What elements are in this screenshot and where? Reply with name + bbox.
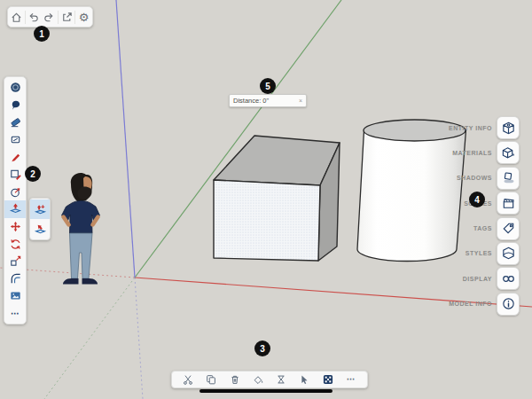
select-tool-icon[interactable] (4, 79, 26, 97)
panel-row-styles: STYLES (449, 242, 520, 265)
display-icon[interactable] (497, 267, 520, 290)
undo-icon[interactable] (26, 10, 41, 25)
offset-tool-icon[interactable] (4, 270, 26, 288)
push-pull-add-icon[interactable] (30, 200, 50, 219)
styles-icon[interactable] (497, 242, 520, 265)
display-label: DISPLAY (463, 276, 492, 282)
arc-tool-icon[interactable] (4, 184, 26, 201)
model-info-icon[interactable] (497, 293, 520, 316)
lasso-tool-icon[interactable] (4, 97, 26, 114)
panel-row-tags: TAGS (449, 217, 520, 240)
shadows-label: SHADOWS (457, 175, 492, 181)
home-indicator-bar[interactable] (200, 389, 332, 393)
annotation-badge-4: 4 (469, 192, 485, 207)
figure-shirt (62, 200, 100, 233)
annotation-badge-1: 1 (34, 26, 50, 42)
image-tool-icon[interactable] (4, 287, 26, 305)
shapes-tool-icon[interactable] (4, 166, 26, 184)
figure-jeans (70, 233, 93, 278)
scenes-icon[interactable] (497, 192, 520, 215)
flip-icon[interactable] (274, 372, 288, 387)
more-tools-label: ⋯ (11, 311, 20, 317)
annotation-badge-2: 2 (25, 166, 41, 182)
push-pull-variant-icon[interactable] (30, 219, 50, 239)
selected-box-geometry[interactable] (214, 136, 340, 261)
scale-figure[interactable] (62, 173, 100, 284)
more-actions-label: ⋯ (347, 377, 356, 382)
right-panel: ENTITY INFO MATERIALS SHADOWS (449, 116, 520, 316)
rotate-tool-icon[interactable] (4, 235, 26, 253)
sketchup-app-window: ⚙ (0, 0, 532, 399)
measurement-value: Distance: 0" (233, 97, 299, 105)
copy-icon[interactable] (204, 372, 218, 387)
paint-bucket-icon[interactable] (251, 372, 265, 387)
more-tools-button[interactable]: ⋯ (4, 305, 26, 323)
redo-icon[interactable] (42, 10, 57, 25)
panel-row-shadows: SHADOWS (449, 167, 520, 190)
tags-icon[interactable] (497, 217, 520, 240)
measurement-box[interactable]: Distance: 0" × (229, 94, 307, 107)
panel-row-entity-info: ENTITY INFO (449, 116, 520, 139)
cut-icon[interactable] (181, 372, 195, 387)
scale-tool-icon[interactable] (4, 253, 26, 270)
cursor-select-icon[interactable] (297, 372, 311, 387)
more-actions-button[interactable]: ⋯ (344, 372, 358, 387)
axis-blue (116, 0, 135, 278)
push-pull-flyout (29, 198, 51, 240)
bottom-context-toolbar: ⋯ (171, 371, 368, 388)
measurement-close-icon[interactable]: × (299, 98, 302, 104)
entity-info-label: ENTITY INFO (449, 125, 492, 131)
left-toolbar: ⋯ (4, 76, 27, 325)
annotation-badge-5: 5 (260, 78, 276, 94)
shadows-icon[interactable] (497, 167, 520, 190)
box-top-face (214, 136, 340, 185)
top-toolbar: ⚙ (7, 6, 93, 27)
box-front-face (214, 180, 320, 261)
settings-gear-icon[interactable]: ⚙ (76, 10, 91, 25)
eraser-tool-icon[interactable] (4, 113, 26, 131)
push-pull-tool-icon[interactable] (4, 200, 26, 218)
annotation-badge-3: 3 (254, 340, 270, 356)
move-tool-icon[interactable] (4, 218, 26, 236)
panel-row-model-info: MODEL INFO (449, 293, 520, 316)
materials-icon[interactable] (497, 141, 520, 164)
texture-checker-icon[interactable] (321, 372, 335, 387)
panel-row-materials: MATERIALS (449, 141, 520, 164)
home-icon[interactable] (9, 10, 24, 25)
delete-trash-icon[interactable] (228, 372, 242, 387)
paint-tool-icon[interactable] (4, 131, 26, 149)
line-tool-icon[interactable] (4, 148, 26, 166)
styles-label: STYLES (466, 250, 492, 256)
export-icon[interactable] (59, 10, 74, 25)
figure-right-shoe (82, 278, 98, 285)
panel-row-display: DISPLAY (449, 267, 520, 290)
model-info-label: MODEL INFO (449, 301, 492, 307)
figure-left-shoe (63, 278, 79, 285)
entity-info-icon[interactable] (497, 116, 520, 139)
tags-label: TAGS (473, 225, 492, 231)
materials-label: MATERIALS (452, 150, 492, 156)
